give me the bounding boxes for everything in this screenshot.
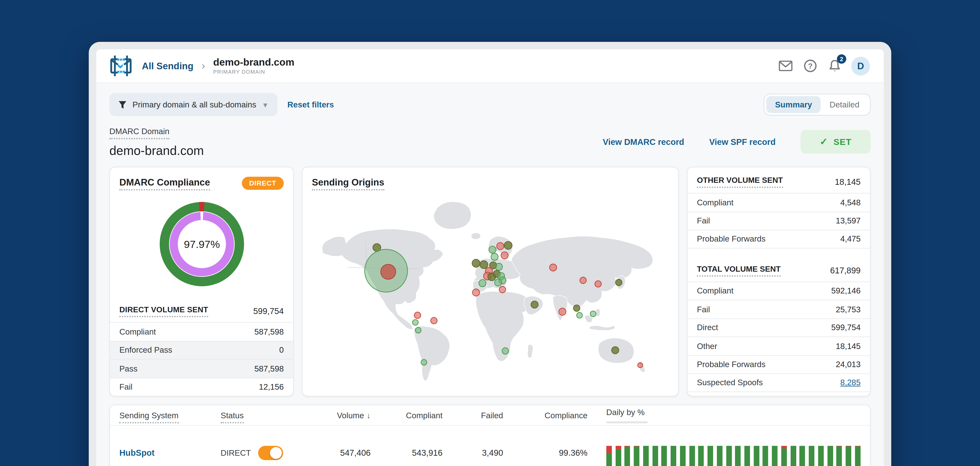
origin-dot-green[interactable] — [590, 311, 596, 317]
check-icon: ✓ — [820, 136, 828, 147]
bell-icon[interactable]: 2 — [827, 59, 842, 73]
table-header-row: Sending System Status Volume↓ Compliant … — [110, 405, 870, 426]
table-row-hubspot: HubSpot DIRECT 547,406 543,916 3,490 99.… — [110, 426, 870, 466]
column-sending-system: Sending System — [119, 411, 221, 420]
daily-bar — [772, 446, 778, 466]
avatar[interactable]: D — [851, 57, 870, 75]
daily-bar — [606, 446, 612, 466]
column-volume-sort[interactable]: Volume↓ — [314, 411, 371, 420]
origin-dot-red[interactable] — [499, 286, 506, 293]
domain-filter-label: Primary domain & all sub-domains — [132, 100, 256, 109]
breadcrumb-all-sending[interactable]: All Sending — [142, 60, 193, 71]
daily-bar — [809, 446, 815, 466]
origin-dot-red[interactable] — [580, 277, 586, 284]
origin-dot-red[interactable] — [414, 312, 421, 319]
dmarc-domain-section: DMARC Domain demo-brand.com View DMARC r… — [109, 125, 870, 158]
main-content: Primary domain & all sub-domains ▼ Reset… — [96, 83, 884, 466]
breadcrumb-domain-block: demo-brand.com PRIMARY DOMAIN — [213, 57, 294, 75]
origin-dot-olive[interactable] — [574, 305, 580, 311]
status-label: DIRECT — [221, 449, 251, 458]
dmarc-compliance-card: DMARC Compliance DIRECT 97.97% DIRECT VO… — [109, 167, 294, 396]
daily-bar — [791, 446, 796, 466]
origin-dot-green[interactable] — [495, 279, 502, 286]
volume-cell: 547,406 — [314, 449, 371, 458]
tab-summary[interactable]: Summary — [766, 96, 821, 113]
volume-row: Probable Forwards24,013 — [687, 355, 870, 373]
volume-row: Compliant592,146 — [687, 281, 870, 300]
sending-system-link[interactable]: HubSpot — [119, 449, 221, 458]
domain-actions: View DMARC record View SPF record ✓ SET — [603, 130, 870, 154]
origin-dot-green[interactable] — [412, 320, 418, 325]
column-compliant[interactable]: Compliant — [371, 411, 442, 420]
daily-bar — [662, 446, 667, 466]
origin-dot-olive[interactable] — [616, 279, 622, 285]
origin-dot-red[interactable] — [431, 317, 437, 324]
daily-bar — [616, 446, 621, 466]
donut-percent-label: 97.97% — [183, 238, 220, 250]
compliance-row: Enforced Pass0 — [110, 341, 293, 359]
origin-dot-green[interactable] — [479, 280, 486, 287]
screenshot-stage: All Sending › demo-brand.com PRIMARY DOM… — [0, 0, 980, 466]
origin-dot-green[interactable] — [495, 263, 503, 271]
column-failed[interactable]: Failed — [442, 411, 503, 420]
dmarc-set-badge[interactable]: ✓ SET — [801, 130, 871, 154]
origin-dot-red[interactable] — [496, 243, 504, 250]
map-landmasses — [322, 202, 653, 381]
volume-sections: OTHER VOLUME SENT18,145Compliant4,548Fai… — [687, 167, 870, 392]
view-spf-record-link[interactable]: View SPF record — [709, 137, 776, 146]
app-window: All Sending › demo-brand.com PRIMARY DOM… — [89, 42, 891, 466]
origin-dot-red[interactable] — [595, 281, 601, 287]
reset-filters-link[interactable]: Reset filters — [287, 100, 334, 109]
origin-dot-red[interactable] — [559, 308, 566, 315]
volume-row: Fail25,753 — [687, 300, 870, 318]
daily-bar — [708, 446, 713, 466]
compliance-row: Pass587,598 — [110, 359, 293, 377]
origin-dot-green[interactable] — [489, 246, 496, 253]
origin-dot-green[interactable] — [502, 348, 508, 354]
daily-bar — [671, 446, 676, 466]
column-status: Status — [221, 411, 315, 420]
origin-dot-olive[interactable] — [480, 261, 488, 268]
volume-row: Compliant4,548 — [687, 193, 870, 211]
volume-section: TOTAL VOLUME SENT617,899Compliant592,146… — [687, 256, 870, 392]
tab-detailed[interactable]: Detailed — [821, 96, 868, 113]
origin-dot-red[interactable] — [473, 289, 479, 296]
origin-dot-red[interactable] — [638, 363, 643, 368]
chevron-down-icon: ▼ — [262, 101, 269, 108]
volume-row[interactable]: Suspected Spoofs8,285 — [687, 374, 870, 392]
daily-bar — [781, 446, 787, 466]
origin-dot-olive[interactable] — [612, 347, 619, 353]
world-map — [312, 194, 669, 387]
dmarc-domain-name: demo-brand.com — [109, 144, 204, 158]
origin-dot-green[interactable] — [415, 328, 421, 333]
origin-dot-olive[interactable] — [531, 301, 538, 308]
origin-dot-bigRed[interactable] — [381, 264, 396, 279]
origin-dot-olive[interactable] — [472, 259, 480, 267]
origin-dot-red[interactable] — [549, 264, 557, 271]
help-icon[interactable]: ? — [803, 59, 818, 73]
compliance-row: Fail12,156 — [110, 377, 293, 396]
status-cell: DIRECT — [221, 446, 315, 460]
svg-text:?: ? — [808, 62, 813, 70]
daily-bar — [800, 446, 805, 466]
status-toggle[interactable] — [258, 446, 283, 460]
origin-dot-red[interactable] — [501, 252, 508, 259]
volume-summary-card: OTHER VOLUME SENT18,145Compliant4,548Fai… — [687, 167, 871, 396]
origin-dot-olive[interactable] — [504, 242, 512, 249]
daily-bar — [717, 446, 722, 466]
origin-dot-green[interactable] — [421, 360, 427, 365]
dmarc-domain-block: DMARC Domain demo-brand.com — [109, 125, 204, 158]
daily-bar — [827, 446, 833, 466]
valimail-logo-icon — [110, 55, 132, 77]
mail-icon[interactable] — [778, 59, 793, 73]
view-dmarc-record-link[interactable]: View DMARC record — [603, 137, 684, 146]
funnel-icon — [118, 100, 127, 109]
daily-bar — [763, 446, 768, 466]
column-daily-by-percent[interactable]: Daily by % — [587, 407, 648, 423]
daily-bar — [726, 446, 732, 466]
origin-dot-green[interactable] — [491, 253, 498, 260]
column-compliance[interactable]: Compliance — [503, 411, 587, 420]
origin-dot-green[interactable] — [577, 312, 582, 318]
domain-filter-dropdown[interactable]: Primary domain & all sub-domains ▼ — [109, 93, 277, 116]
daily-bar — [634, 446, 640, 466]
